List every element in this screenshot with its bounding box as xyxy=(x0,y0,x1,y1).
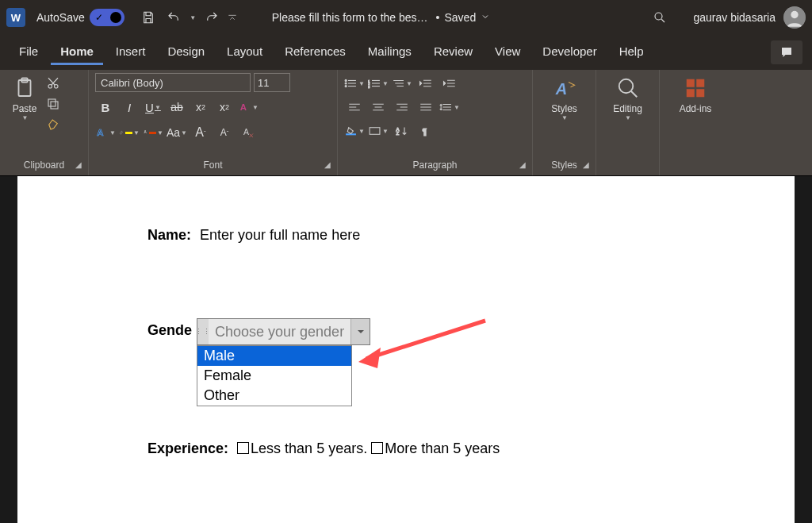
text-effects-a-button[interactable]: A▼ xyxy=(95,122,116,143)
highlight-button[interactable]: ▼ xyxy=(119,122,140,143)
chevron-down-icon xyxy=(481,11,490,24)
gender-dropdown[interactable]: ⋮⋮ Choose your gender MaleFemaleOther xyxy=(197,318,370,345)
tab-review[interactable]: Review xyxy=(424,40,482,65)
chevron-down-icon: ▼ xyxy=(561,114,568,121)
tab-references[interactable]: References xyxy=(275,40,355,65)
numbering-button[interactable]: 123▼ xyxy=(368,75,389,92)
page[interactable]: Name: Enter your full name here Gende ⋮⋮… xyxy=(17,176,795,523)
tab-layout[interactable]: Layout xyxy=(217,40,272,65)
svg-text:A: A xyxy=(240,102,247,112)
tab-developer[interactable]: Developer xyxy=(533,40,606,65)
checkbox-more-than-5[interactable] xyxy=(371,442,383,454)
align-left-button[interactable] xyxy=(344,98,365,116)
sort-button[interactable]: AZ xyxy=(392,122,412,140)
search-icon[interactable] xyxy=(649,6,671,29)
tab-file[interactable]: File xyxy=(10,40,48,65)
multilevel-list-button[interactable]: ▼ xyxy=(392,75,412,92)
font-color-button[interactable]: A▼ xyxy=(143,122,163,143)
drag-handle-icon[interactable]: ⋮⋮ xyxy=(197,319,209,344)
dialog-launcher-icon[interactable]: ◢ xyxy=(75,160,82,169)
justify-button[interactable] xyxy=(416,98,436,116)
clear-formatting-button[interactable]: A xyxy=(238,122,259,143)
group-styles: A Styles ▼ Styles◢ xyxy=(533,70,596,175)
group-font: B I U▼ ab x2 x2 A▼ A▼ ▼ A▼ Aa▼ Aˆ Aˇ A xyxy=(89,70,338,175)
autosave-label: AutoSave xyxy=(36,11,85,24)
svg-point-2 xyxy=(791,11,798,18)
avatar[interactable] xyxy=(783,6,806,29)
ribbon: Paste ▼ Clipboard◢ B I U▼ xyxy=(0,70,812,176)
font-size-input[interactable] xyxy=(254,73,290,92)
align-center-button[interactable] xyxy=(368,98,389,116)
underline-button[interactable]: U▼ xyxy=(143,97,163,117)
svg-point-13 xyxy=(345,79,347,81)
superscript-button[interactable]: x2 xyxy=(214,97,235,117)
decrease-indent-button[interactable] xyxy=(416,75,436,92)
comments-button[interactable] xyxy=(771,40,802,64)
undo-dropdown-icon[interactable]: ▼ xyxy=(188,6,197,29)
dialog-launcher-icon[interactable]: ◢ xyxy=(519,160,526,169)
name-label: Name: xyxy=(147,227,191,243)
dropdown-arrow-icon[interactable] xyxy=(350,319,370,344)
gender-option[interactable]: Female xyxy=(197,366,351,386)
bullet-icon: • xyxy=(436,11,440,24)
svg-text:Z: Z xyxy=(396,131,400,136)
shrink-font-button[interactable]: Aˇ xyxy=(214,122,235,143)
svg-text:A: A xyxy=(554,80,566,98)
dialog-launcher-icon[interactable]: ◢ xyxy=(324,160,331,169)
svg-rect-19 xyxy=(370,128,380,135)
format-painter-icon[interactable] xyxy=(46,117,60,132)
copy-icon[interactable] xyxy=(46,97,60,111)
tab-view[interactable]: View xyxy=(485,40,530,65)
user-name[interactable]: gaurav bidasaria xyxy=(693,11,776,24)
cut-icon[interactable] xyxy=(46,76,60,90)
gender-option[interactable]: Male xyxy=(197,346,351,366)
tab-insert[interactable]: Insert xyxy=(106,40,155,65)
borders-button[interactable]: ▼ xyxy=(368,122,389,140)
shading-button[interactable]: ▼ xyxy=(344,122,365,140)
titlebar: W AutoSave ✓ ▼ Please fill this form to … xyxy=(0,0,812,35)
save-icon[interactable] xyxy=(137,6,159,29)
redo-icon[interactable] xyxy=(201,6,223,29)
show-marks-button[interactable]: ¶ xyxy=(416,122,436,140)
document-area[interactable]: Name: Enter your full name here Gende ⋮⋮… xyxy=(0,176,812,523)
align-right-button[interactable] xyxy=(392,98,412,116)
saved-status[interactable]: • Saved xyxy=(436,11,491,24)
italic-button[interactable]: I xyxy=(119,97,140,117)
experience-label: Experience: xyxy=(147,440,228,456)
change-case-button[interactable]: Aa▼ xyxy=(167,122,187,143)
gender-dropdown-list[interactable]: MaleFemaleOther xyxy=(197,345,352,406)
styles-button[interactable]: A Styles ▼ xyxy=(546,73,583,121)
gender-option[interactable]: Other xyxy=(197,386,351,406)
undo-icon[interactable] xyxy=(163,6,185,29)
name-placeholder[interactable]: Enter your full name here xyxy=(200,227,360,243)
tab-design[interactable]: Design xyxy=(158,40,214,65)
svg-text:A: A xyxy=(97,128,103,137)
svg-text:A: A xyxy=(243,127,249,137)
dialog-launcher-icon[interactable]: ◢ xyxy=(583,160,589,169)
text-effects-button[interactable]: A▼ xyxy=(238,97,259,117)
tab-mailings[interactable]: Mailings xyxy=(358,40,421,65)
name-field-row: Name: Enter your full name here xyxy=(147,227,795,244)
gender-field-row: Gende ⋮⋮ Choose your gender MaleFemaleOt… xyxy=(147,318,795,345)
font-name-input[interactable] xyxy=(95,73,251,92)
checkbox-less-than-5[interactable] xyxy=(237,442,249,454)
strikethrough-button[interactable]: ab xyxy=(167,97,187,117)
line-spacing-button[interactable]: ▼ xyxy=(439,98,460,116)
qat-overflow-icon[interactable] xyxy=(226,6,239,29)
bullets-button[interactable]: ▼ xyxy=(344,75,365,92)
paste-button[interactable]: Paste ▼ xyxy=(6,73,43,121)
saved-label: Saved xyxy=(445,11,477,24)
gender-label: Gende xyxy=(147,318,192,339)
tab-help[interactable]: Help xyxy=(610,40,653,65)
addins-button[interactable]: Add-ins xyxy=(668,73,723,114)
increase-indent-button[interactable] xyxy=(439,75,460,92)
tab-home[interactable]: Home xyxy=(51,40,103,65)
svg-rect-25 xyxy=(687,79,695,87)
subscript-button[interactable]: x2 xyxy=(190,97,211,117)
autosave-toggle[interactable]: ✓ xyxy=(90,9,124,26)
group-editing: Editing ▼ xyxy=(596,70,660,175)
grow-font-button[interactable]: Aˆ xyxy=(190,122,211,143)
bold-button[interactable]: B xyxy=(95,97,116,117)
editing-button[interactable]: Editing ▼ xyxy=(610,73,646,121)
group-clipboard: Paste ▼ Clipboard◢ xyxy=(0,70,89,175)
